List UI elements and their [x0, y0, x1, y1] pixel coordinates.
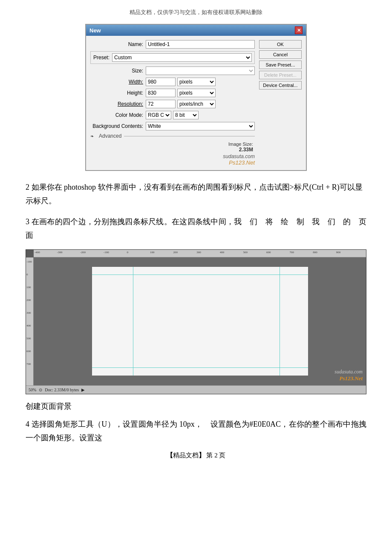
name-input[interactable]: [146, 40, 255, 49]
cancel-button[interactable]: Cancel: [259, 50, 302, 59]
canvas-label: 创建页面背景: [26, 401, 366, 411]
height-row: Height: pixels: [90, 89, 255, 97]
zoom-level: 50%: [29, 387, 36, 392]
size-row: Size:: [90, 66, 255, 75]
canvas-area: [34, 257, 366, 385]
advanced-divider: [124, 136, 255, 136]
canvas-watermark-text2: Ps123.Net: [334, 375, 363, 382]
new-dialog: New ✕ Name: Preset: Custom: [85, 24, 307, 171]
advanced-label: Advanced: [99, 133, 121, 139]
bg-contents-row: Background Contents: White: [90, 122, 255, 130]
height-unit-select[interactable]: pixels: [177, 89, 216, 97]
save-preset-button[interactable]: Save Preset...: [259, 61, 302, 69]
resolution-row: Resolution: pixels/inch: [90, 100, 255, 108]
size-select[interactable]: [146, 66, 255, 75]
resolution-label: Resolution:: [90, 101, 146, 107]
resolution-unit-select[interactable]: pixels/inch: [177, 100, 216, 108]
color-mode-row: Color Mode: RGB Color 8 bit: [90, 111, 255, 119]
guideline-horizontal-2: [92, 367, 308, 368]
canvas-white: [92, 267, 308, 376]
ruler-top: -400 -300 -200 -100 0 100 200 300 400 50…: [34, 250, 366, 257]
guideline-vertical-2: [280, 267, 280, 376]
size-label: Size:: [90, 68, 146, 74]
image-size-label: Image Size:: [228, 142, 253, 147]
delete-preset-button[interactable]: Delete Preset...: [259, 71, 302, 79]
section-3-text: 3 在画布的四个边，分别拖拽四条标尺线。在这四条线中间，我 们 将 绘 制 我 …: [26, 215, 366, 243]
image-size-info: Image Size: 2.33M: [90, 142, 255, 153]
watermark-text2: Ps123.Net: [229, 159, 255, 166]
color-mode-label: Color Mode:: [90, 112, 146, 118]
image-size-value: 2.33M: [239, 147, 253, 153]
dialog-left-panel: Name: Preset: Custom Size:: [90, 40, 255, 166]
dialog-container: New ✕ Name: Preset: Custom: [26, 24, 366, 171]
preset-row: Preset: Custom: [90, 51, 255, 64]
statusbar: 50% ⊙ Doc: 2.33M/0 bytes ▶: [26, 385, 366, 394]
resolution-input[interactable]: [146, 100, 176, 108]
advanced-row: ❧ Advanced: [90, 133, 255, 139]
page-header: 精品文档，仅供学习与交流，如有侵权请联系网站删除: [26, 9, 366, 16]
section-4-text: 4 选择圆角矩形工具（U），设置圆角半径为 10px， 设置颜色为#E0E0AC…: [26, 417, 366, 445]
width-input[interactable]: [146, 78, 176, 86]
section-2-text: 2 如果你在 photoshop 软件界面中，没有看到在画布的周围看到标尺，点击…: [26, 180, 366, 208]
preset-select[interactable]: Custom: [112, 53, 252, 62]
height-input[interactable]: [146, 89, 176, 97]
bg-contents-select[interactable]: White: [146, 122, 255, 130]
canvas-watermark: sudasuta.com Ps123.Net: [334, 369, 363, 382]
guideline-horizontal-1: [92, 275, 308, 275]
ok-button[interactable]: OK: [259, 40, 302, 49]
device-central-button[interactable]: Device Central...: [259, 81, 302, 90]
dialog-watermark: sudasuta.com Ps123.Net: [90, 153, 255, 166]
dialog-right-panel: OK Cancel Save Preset... Delete Preset..…: [259, 40, 302, 166]
width-unit-select[interactable]: pixels: [177, 78, 216, 86]
name-label: Name:: [90, 41, 146, 47]
width-row: Width: pixels: [90, 78, 255, 86]
dialog-title: New: [89, 27, 101, 34]
preset-label: Preset:: [93, 55, 110, 61]
watermark-text1: sudasuta.com: [223, 153, 255, 159]
height-label: Height:: [90, 90, 146, 96]
canvas-watermark-text1: sudasuta.com: [334, 369, 363, 375]
name-row: Name:: [90, 40, 255, 49]
close-button[interactable]: ✕: [295, 26, 303, 34]
dialog-body: Name: Preset: Custom Size:: [86, 36, 306, 170]
advanced-icon: ❧: [90, 134, 94, 139]
canvas-screenshot: -400 -300 -200 -100 0 100 200 300 400 50…: [26, 249, 366, 394]
dialog-titlebar: New ✕: [86, 25, 306, 36]
color-mode-select[interactable]: RGB Color: [146, 111, 171, 119]
doc-size: Doc: 2.33M/0 bytes: [45, 387, 79, 392]
bg-contents-label: Background Contents:: [90, 123, 146, 129]
ruler-left: -100 0 100 200 300 400 500 600 700: [26, 257, 34, 385]
bit-depth-select[interactable]: 8 bit: [173, 111, 199, 119]
width-label: Width:: [90, 79, 146, 85]
guideline-vertical-1: [133, 267, 133, 376]
page-footer: 【精品文档】 【精品文档】第 2 页 第 2 页: [26, 451, 366, 460]
